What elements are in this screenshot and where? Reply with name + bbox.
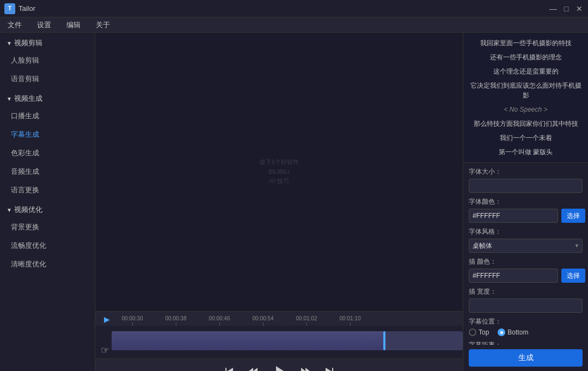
position-bottom-option[interactable]: Bottom — [498, 329, 528, 336]
settings-panel: 字体大小： 字体颜色： 选择 字体风格： 桌帧体 — [463, 163, 588, 345]
menu-settings[interactable]: 设置 — [34, 19, 54, 31]
subtitle-item-2: 这个理念还是蛮重要的 — [463, 64, 588, 78]
transport-controls — [95, 358, 463, 371]
menu-file[interactable]: 文件 — [4, 19, 25, 31]
sidebar-item-bg-replace[interactable]: 背景更换 — [0, 218, 95, 236]
font-color-setting: 字体颜色： 选择 — [469, 197, 583, 223]
stroke-width-label: 描 宽度： — [469, 287, 583, 296]
chevron-down-icon: ▼ — [7, 207, 12, 213]
font-size-label: 字体大小： — [469, 167, 583, 177]
sidebar-item-clarity-opt[interactable]: 清晰度优化 — [0, 255, 95, 273]
timeline-marker — [383, 331, 385, 350]
app-title: Tailor — [19, 4, 549, 13]
playhead-arrow-icon: ▶ — [104, 315, 110, 324]
subtitle-item-1: 还有一些手机摄影的理念 — [463, 50, 588, 64]
subtitle-position-setting: 字幕位置： Top Bottom — [469, 317, 583, 336]
close-button[interactable]: ✕ — [575, 4, 584, 13]
video-preview[interactable]: @下1个好软件 BILIBILI //// 技巧 — [95, 33, 463, 311]
skip-forward-button[interactable] — [322, 363, 337, 372]
titlebar: T Tailor — □ ✕ — [0, 0, 588, 17]
stroke-color-input[interactable] — [469, 269, 558, 283]
rewind-button[interactable] — [246, 363, 261, 372]
timeline-mark-4: 00:01:02 — [285, 315, 328, 326]
subtitle-item-6: 我们一个一个未着 — [463, 131, 588, 145]
sidebar-item-smoothness-opt[interactable]: 流畅度优化 — [0, 236, 95, 255]
subtitle-item-3: 它决定我们到底应该怎么面对待手机摄影 — [463, 78, 588, 102]
sidebar-item-voice-edit[interactable]: 语音剪辑 — [0, 70, 95, 88]
sidebar-item-subtitle-gen[interactable]: 字幕生成 — [0, 125, 95, 144]
svg-marker-2 — [249, 368, 253, 372]
font-color-label: 字体颜色： — [469, 197, 583, 206]
timeline-track-area[interactable]: ☞ — [95, 326, 463, 358]
cursor-icon: ☞ — [101, 344, 109, 356]
stroke-color-row: 选择 — [469, 269, 583, 283]
timeline-mark-2: 00:00:46 — [198, 315, 241, 326]
app-logo: T — [4, 3, 15, 14]
subtitle-margin-label: 字幕距离： — [469, 340, 583, 345]
svg-marker-4 — [276, 366, 284, 372]
content-area: @下1个好软件 BILIBILI //// 技巧 00:00:30 00:00:… — [95, 33, 463, 371]
sidebar-item-dubbing-gen[interactable]: 口播生成 — [0, 107, 95, 125]
sidebar-section-video-opt[interactable]: ▼ 视频优化 — [0, 199, 95, 218]
svg-marker-6 — [305, 368, 310, 372]
minimize-button[interactable]: — — [549, 4, 558, 13]
stroke-width-input[interactable] — [469, 299, 583, 313]
font-style-select[interactable]: 桌帧体 — [469, 239, 583, 253]
play-button[interactable] — [270, 361, 289, 372]
timeline-track-fill — [112, 331, 385, 350]
font-style-select-wrapper: 桌帧体 — [469, 239, 583, 253]
position-radio-group: Top Bottom — [469, 329, 583, 336]
font-size-input[interactable] — [469, 179, 583, 193]
sidebar-item-face-edit[interactable]: 人脸剪辑 — [0, 51, 95, 70]
chevron-down-icon: ▼ — [7, 96, 12, 102]
stroke-width-setting: 描 宽度： — [469, 287, 583, 313]
svg-rect-8 — [332, 368, 333, 372]
font-style-setting: 字体风格： 桌帧体 — [469, 227, 583, 253]
skip-back-button[interactable] — [222, 363, 237, 372]
position-top-label: Top — [479, 329, 489, 336]
font-color-input[interactable] — [469, 209, 558, 223]
stroke-color-setting: 描 颜色： 选择 — [469, 257, 583, 283]
menubar: 文件 设置 编辑 关于 — [0, 17, 588, 33]
position-bottom-radio[interactable] — [498, 329, 505, 336]
position-bottom-label: Bottom — [507, 329, 528, 336]
sidebar-item-lang-swap[interactable]: 语言更换 — [0, 181, 95, 199]
subtitle-item-no-speech: < No Speech > — [463, 102, 588, 117]
position-top-radio[interactable] — [469, 329, 476, 336]
stroke-color-select-button[interactable]: 选择 — [561, 269, 585, 283]
font-color-select-button[interactable]: 选择 — [561, 209, 585, 223]
timeline-mark-3: 00:00:54 — [241, 315, 285, 326]
generate-button[interactable]: 生成 — [469, 349, 583, 367]
menu-about[interactable]: 关于 — [93, 19, 113, 31]
subtitle-item-0: 我回家里面一些手机摄影的特技 — [463, 36, 588, 50]
sidebar-item-audio-gen[interactable]: 音频生成 — [0, 162, 95, 181]
chevron-down-icon: ▼ — [7, 40, 12, 46]
font-style-label: 字体风格： — [469, 227, 583, 236]
watermark: @下1个好软件 BILIBILI //// 技巧 — [259, 157, 298, 186]
svg-marker-7 — [326, 368, 331, 372]
maximize-button[interactable]: □ — [562, 4, 571, 13]
timeline-mark-5: 00:01:10 — [328, 315, 372, 326]
svg-rect-0 — [225, 368, 226, 372]
svg-marker-5 — [301, 368, 305, 372]
font-size-setting: 字体大小： — [469, 167, 583, 193]
sidebar-item-color-gen[interactable]: 色彩生成 — [0, 144, 95, 162]
timeline-area: 00:00:30 00:00:38 00:00:46 00:00:54 — [95, 311, 463, 371]
titlebar-controls: — □ ✕ — [549, 4, 584, 13]
position-top-option[interactable]: Top — [469, 329, 489, 336]
right-panel: 我回家里面一些手机摄影的特技 还有一些手机摄影的理念 这个理念还是蛮重要的 它决… — [463, 33, 588, 371]
timeline-track — [112, 331, 463, 350]
timeline-ruler: 00:00:30 00:00:38 00:00:46 00:00:54 — [95, 312, 463, 326]
sidebar-section-video-gen[interactable]: ▼ 视频生成 — [0, 88, 95, 107]
subtitle-list: 我回家里面一些手机摄影的特技 还有一些手机摄影的理念 这个理念还是蛮重要的 它决… — [463, 33, 588, 163]
sidebar: ▼ 视频剪辑 人脸剪辑 语音剪辑 ▼ 视频生成 口播生成 字幕生成 色彩生成 音… — [0, 33, 95, 371]
timeline-mark-1: 00:00:38 — [154, 315, 198, 326]
fast-forward-button[interactable] — [298, 363, 313, 372]
sidebar-section-video-edit[interactable]: ▼ 视频剪辑 — [0, 33, 95, 51]
subtitle-item-7: 第一个叫做 蒙版头 — [463, 145, 588, 159]
menu-edit[interactable]: 编辑 — [63, 19, 84, 31]
subtitle-item-5: 那么特技方面我回家你们们其中特技 — [463, 117, 588, 131]
font-color-row: 选择 — [469, 209, 583, 223]
stroke-color-label: 描 颜色： — [469, 257, 583, 266]
svg-marker-3 — [253, 368, 258, 372]
